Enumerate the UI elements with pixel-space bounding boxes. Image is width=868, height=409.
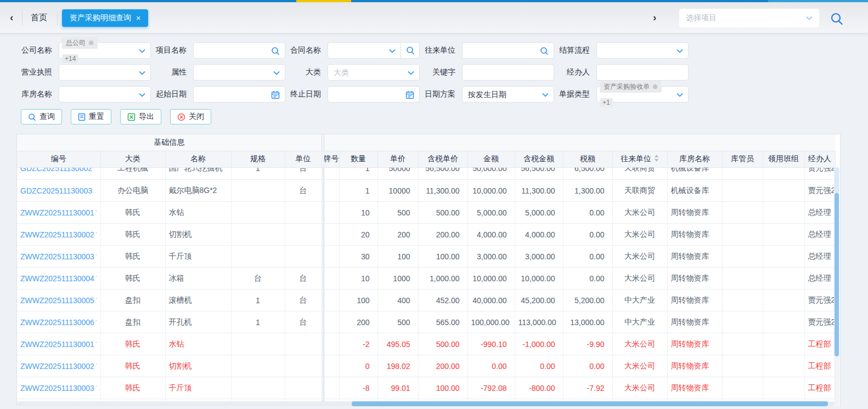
tabs-scroll-left-icon[interactable]: ‹ — [10, 12, 13, 23]
end-date-input[interactable] — [328, 86, 420, 103]
table-row[interactable]: ZWWZ202511130002·韩氏切割机20200200.004,000.0… — [17, 224, 835, 246]
search-icon[interactable] — [271, 47, 280, 55]
date-plan-select[interactable]: 按发生日期 — [462, 86, 554, 103]
column-header[interactable]: 数量 — [339, 151, 377, 167]
search-icon[interactable] — [540, 47, 549, 55]
table-cell-value: 周转物资库 — [671, 208, 709, 217]
table-row[interactable]: ZWWZ202511130004·韩氏冰箱台台1010001,000.0010,… — [17, 268, 835, 289]
global-search-icon[interactable] — [830, 12, 844, 26]
export-button[interactable]: 导出 — [120, 109, 161, 124]
column-header[interactable]: 名称 — [165, 151, 231, 167]
table-row[interactable]: ZWWZ202511130001·韩氏水钻-2495.05500.00-990.… — [17, 333, 835, 355]
column-header[interactable]: 含税金额 — [515, 151, 563, 167]
warehouse-select[interactable] — [59, 86, 151, 103]
order-id-link[interactable]: ZWWZ202511130003 — [20, 252, 94, 261]
contract-search-button[interactable] — [401, 43, 419, 58]
doc-type-multiselect[interactable]: 资产采购验收单 ⊗ +1 — [596, 86, 689, 103]
category-select[interactable] — [328, 64, 420, 81]
attribute-select[interactable] — [193, 64, 285, 81]
keyword-field[interactable] — [463, 65, 554, 80]
order-id-link[interactable]: ZWWZ202511130001 — [20, 208, 94, 217]
contract-select-main[interactable] — [328, 43, 401, 58]
column-header[interactable]: 单位 — [285, 151, 322, 167]
table-cell: 565.00 — [418, 311, 467, 333]
project-select[interactable]: 选择项目 — [679, 9, 819, 27]
table-row[interactable]: ZWWZ202511130005·盘扣滚槽机1台100400452.0040,0… — [17, 289, 835, 311]
table-cell-value: 50,000.00 — [472, 168, 506, 173]
table-cell: GDZC202511130003 — [17, 180, 100, 202]
tabs-scroll-right-icon[interactable]: › — [653, 12, 656, 23]
table-cell: 韩氏 — [100, 377, 165, 399]
table-cell: -9.90 — [563, 333, 612, 355]
table-row[interactable]: ZWWZ202511130006·盘扣开孔机1台200500565.00100,… — [17, 311, 835, 333]
column-header[interactable]: 牌号 — [324, 151, 339, 167]
table-row[interactable]: ZWWZ202511130003·韩氏千斤顶-899.01100.00-792.… — [17, 377, 835, 399]
column-header[interactable]: 经办人 — [804, 151, 835, 167]
table-row[interactable]: ZWWZ202511130001·韩氏水钻10500500.005,000.00… — [17, 202, 835, 224]
contract-select[interactable] — [328, 42, 420, 59]
order-id-link[interactable]: ZWWZ202511130003 — [20, 384, 94, 393]
sort-icon[interactable] — [654, 155, 659, 162]
order-id-link[interactable]: GDZC202511130003 — [20, 186, 92, 195]
tab-home[interactable]: 首页 — [31, 13, 47, 23]
keyword-input[interactable] — [462, 64, 554, 81]
horizontal-scrollbar[interactable] — [17, 401, 835, 406]
category-field[interactable] — [328, 65, 419, 80]
table-cell: 韩氏 — [100, 224, 165, 246]
column-header[interactable]: 库管员 — [722, 151, 763, 167]
column-header-label: 单价 — [390, 154, 405, 163]
calendar-icon[interactable] — [271, 90, 280, 99]
calendar-icon[interactable] — [405, 90, 414, 99]
start-date-input[interactable] — [193, 86, 285, 103]
order-id-link[interactable]: ZWWZ202511130004 — [20, 274, 94, 283]
column-header[interactable]: 单价 — [377, 151, 418, 167]
table-cell — [324, 268, 339, 289]
handler-input[interactable] — [596, 64, 689, 81]
handler-field[interactable] — [597, 65, 688, 80]
column-header[interactable]: 编号 — [17, 151, 100, 167]
tag-remove-icon[interactable]: ⊗ — [652, 83, 658, 90]
table-cell: -1,000.00 — [515, 333, 563, 355]
close-button[interactable]: 关闭 — [170, 109, 211, 124]
order-id-link[interactable]: ZWWZ202511130001 — [20, 340, 94, 349]
close-circle-icon — [177, 113, 185, 121]
project-name-input[interactable] — [193, 42, 285, 59]
column-header[interactable]: 含税单价 — [418, 151, 467, 167]
order-id-link[interactable]: ZWWZ202511130006 — [20, 318, 94, 327]
column-header-row: 编号大类名称规格单位牌号数量单价含税单价金额含税金额税额往来单位库房名称库管员领… — [17, 151, 835, 167]
column-header[interactable]: 税额 — [563, 151, 612, 167]
chevron-down-icon — [542, 93, 549, 97]
counterparty-input[interactable] — [462, 42, 554, 59]
column-header[interactable]: 库房名称 — [667, 151, 722, 167]
company-multiselect[interactable]: 总公司 ⊗ +14 — [59, 42, 151, 59]
column-header[interactable]: 规格 — [231, 151, 285, 167]
column-header[interactable]: 往来单位 — [612, 151, 667, 167]
table-cell — [231, 180, 285, 202]
filter-label-company: 公司名称 — [16, 46, 52, 55]
settlement-select[interactable] — [596, 42, 689, 59]
vertical-scrollbar-thumb[interactable] — [835, 193, 839, 356]
column-header[interactable]: 大类 — [100, 151, 165, 167]
reset-button[interactable]: 重置 — [71, 109, 111, 124]
order-id-link[interactable]: ZWWZ202511130002 — [20, 362, 94, 371]
order-id-link[interactable]: GDZC202511130002 — [20, 168, 92, 173]
tag-remove-icon[interactable]: ⊗ — [88, 39, 94, 47]
column-header[interactable]: 领用班组 — [763, 151, 804, 167]
order-id-link[interactable]: ZWWZ202511130002 — [20, 230, 94, 239]
tab-asset-purchase-detail[interactable]: 资产采购明细查询 × — [62, 9, 148, 27]
table-cell: 国产轮式挖掘机 — [165, 168, 231, 180]
table-row[interactable]: GDZC202511130002工程机械国产轮式挖掘机1台15000056,50… — [17, 168, 835, 180]
license-select[interactable] — [59, 64, 151, 81]
horizontal-scrollbar-thumb[interactable] — [352, 401, 828, 406]
tab-close-icon[interactable]: × — [136, 14, 140, 22]
vertical-scrollbar[interactable] — [834, 167, 839, 406]
table-cell: 50,000.00 — [467, 168, 515, 180]
column-header[interactable]: 金额 — [467, 151, 515, 167]
table-row[interactable]: GDZC202511130003办公电脑戴尔电脑8G*2台11000011,30… — [17, 180, 835, 202]
table-cell-value: 开孔机 — [169, 317, 192, 326]
order-id-link[interactable]: ZWWZ202511130005 — [20, 296, 94, 305]
query-button[interactable]: 查询 — [21, 109, 62, 124]
table-cell — [285, 377, 322, 399]
table-row[interactable]: ZWWZ202511130002·韩氏切割机0198.02200.000.000… — [17, 355, 835, 377]
table-row[interactable]: ZWWZ202511130003·韩氏千斤顶30100100.003,000.0… — [17, 246, 835, 268]
